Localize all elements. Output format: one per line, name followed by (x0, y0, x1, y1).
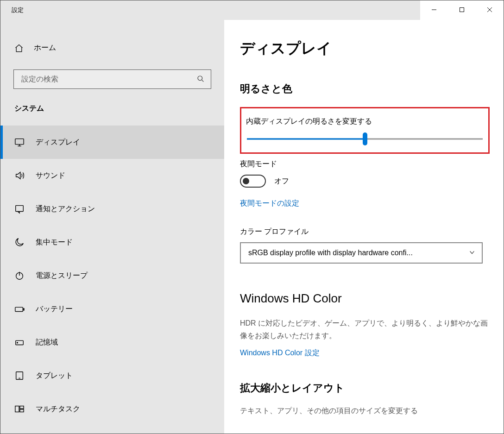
night-light-label: 夜間モード (240, 159, 490, 169)
category-label: システム (0, 89, 224, 126)
home-icon (14, 44, 24, 53)
slider-thumb[interactable] (363, 132, 367, 145)
nav-item-label: サウンド (36, 171, 65, 181)
power-icon (14, 270, 25, 281)
search-icon (197, 75, 205, 83)
nav-item-sound[interactable]: サウンド (0, 159, 224, 192)
svg-rect-20 (20, 409, 24, 412)
brightness-highlight-box: 内蔵ディスプレイの明るさを変更する (240, 107, 490, 154)
hd-color-settings-link[interactable]: Windows HD Color 設定 (240, 348, 320, 358)
nav-item-battery[interactable]: バッテリー (0, 292, 224, 326)
hd-color-description: HDR に対応したビデオ、ゲーム、アプリで、より明るく、より鮮やかな画像をお楽し… (240, 317, 490, 342)
night-light-state: オフ (274, 176, 289, 186)
night-light-toggle[interactable] (240, 175, 266, 188)
home-button[interactable]: ホーム (0, 38, 224, 57)
window-title: 設定 (0, 0, 24, 14)
brightness-section-title: 明るさと色 (240, 82, 490, 96)
slider-fill (247, 138, 365, 140)
nav-item-label: 集中モード (36, 238, 73, 247)
svg-rect-13 (23, 308, 24, 310)
color-profile-value: sRGB display profile with display hardwa… (248, 249, 463, 257)
nav-item-multitask[interactable]: マルチタスク (0, 392, 224, 426)
home-label: ホーム (34, 43, 56, 53)
nav-item-label: マルチタスク (36, 404, 80, 414)
hd-color-title: Windows HD Color (240, 291, 490, 306)
chevron-down-icon (469, 249, 475, 257)
svg-line-5 (202, 80, 204, 82)
svg-rect-9 (16, 206, 24, 212)
brightness-label: 内蔵ディスプレイの明るさを変更する (246, 117, 484, 126)
notification-icon (14, 204, 25, 214)
nav-item-label: 記憶域 (36, 338, 58, 347)
sidebar: ホーム システム ディスプレイ サウンド 通知とアクション (0, 20, 224, 434)
night-light-settings-link[interactable]: 夜間モードの設定 (240, 199, 299, 208)
svg-rect-18 (15, 406, 19, 412)
battery-icon (14, 304, 25, 314)
tablet-icon (14, 371, 25, 381)
maximize-button[interactable] (448, 0, 476, 19)
nav-item-display[interactable]: ディスプレイ (0, 126, 224, 159)
sound-icon (14, 170, 25, 181)
color-profile-label: カラー プロファイル (240, 227, 490, 237)
nav-item-storage[interactable]: 記憶域 (0, 326, 224, 359)
scale-section-title: 拡大縮小とレイアウト (240, 381, 490, 395)
nav-list: ディスプレイ サウンド 通知とアクション 集中モード 電源とスリープ (0, 126, 224, 426)
content-pane: ディスプレイ 明るさと色 内蔵ディスプレイの明るさを変更する 夜間モード オフ … (224, 20, 504, 434)
nav-item-label: 電源とスリープ (36, 271, 88, 281)
moon-icon (14, 237, 25, 247)
nav-item-tablet[interactable]: タブレット (0, 359, 224, 392)
nav-item-label: タブレット (36, 371, 73, 381)
nav-item-focus[interactable]: 集中モード (0, 226, 224, 259)
svg-point-4 (198, 76, 202, 81)
search-input[interactable] (21, 75, 197, 83)
svg-point-15 (17, 342, 18, 343)
multitask-icon (14, 404, 25, 414)
night-light-toggle-row: オフ (240, 175, 490, 188)
storage-icon (14, 337, 25, 347)
svg-rect-1 (460, 8, 464, 12)
color-profile-select[interactable]: sRGB display profile with display hardwa… (240, 242, 483, 264)
toggle-knob (243, 178, 249, 184)
brightness-slider[interactable] (247, 135, 483, 143)
scale-description-cutoff: テキスト、アプリ、その他の項目のサイズを変更する (240, 406, 490, 416)
titlebar: 設定 (0, 0, 504, 20)
svg-rect-19 (20, 406, 24, 409)
page-title: ディスプレイ (240, 38, 490, 59)
search-box[interactable] (13, 69, 211, 89)
nav-item-notifications[interactable]: 通知とアクション (0, 192, 224, 226)
window-controls (420, 0, 504, 20)
nav-item-power[interactable]: 電源とスリープ (0, 259, 224, 292)
nav-item-label: バッテリー (36, 304, 73, 314)
nav-item-label: 通知とアクション (36, 204, 95, 214)
close-button[interactable] (476, 0, 504, 19)
svg-rect-6 (15, 139, 24, 145)
monitor-icon (14, 137, 25, 147)
svg-rect-12 (15, 307, 23, 311)
nav-item-label: ディスプレイ (36, 138, 80, 147)
minimize-button[interactable] (420, 0, 448, 19)
